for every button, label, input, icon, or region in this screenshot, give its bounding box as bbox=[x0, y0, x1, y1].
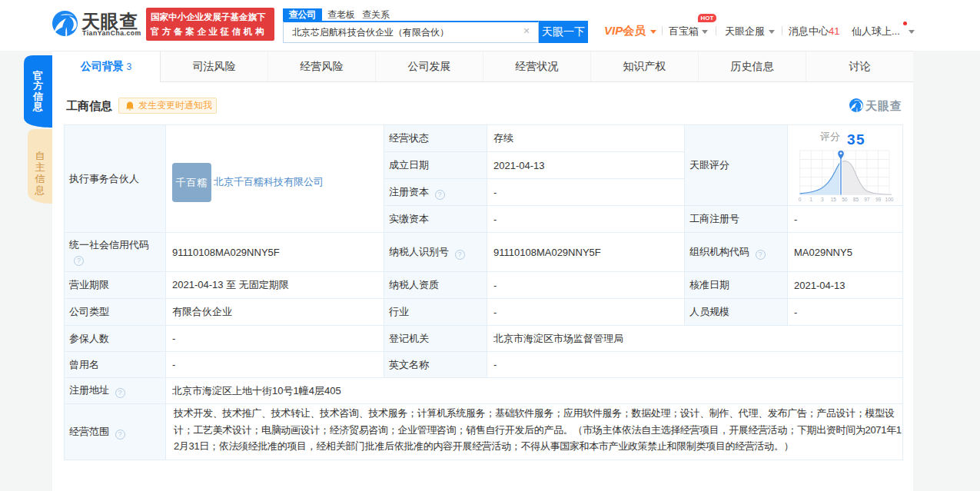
svg-text:15: 15 bbox=[831, 197, 837, 202]
svg-text:0: 0 bbox=[799, 197, 802, 202]
svg-text:息: 息 bbox=[35, 184, 45, 196]
svg-text:主: 主 bbox=[35, 161, 45, 173]
svg-text:自: 自 bbox=[35, 150, 45, 161]
svg-text:97: 97 bbox=[864, 197, 870, 202]
svg-text:85: 85 bbox=[853, 197, 859, 202]
svg-text:100: 100 bbox=[885, 197, 894, 202]
svg-text:99: 99 bbox=[875, 197, 882, 202]
svg-text:信: 信 bbox=[35, 173, 45, 184]
svg-text:50: 50 bbox=[842, 197, 848, 202]
svg-text:1: 1 bbox=[809, 197, 812, 202]
svg-text:3: 3 bbox=[821, 197, 824, 202]
svg-text:息: 息 bbox=[32, 101, 43, 112]
